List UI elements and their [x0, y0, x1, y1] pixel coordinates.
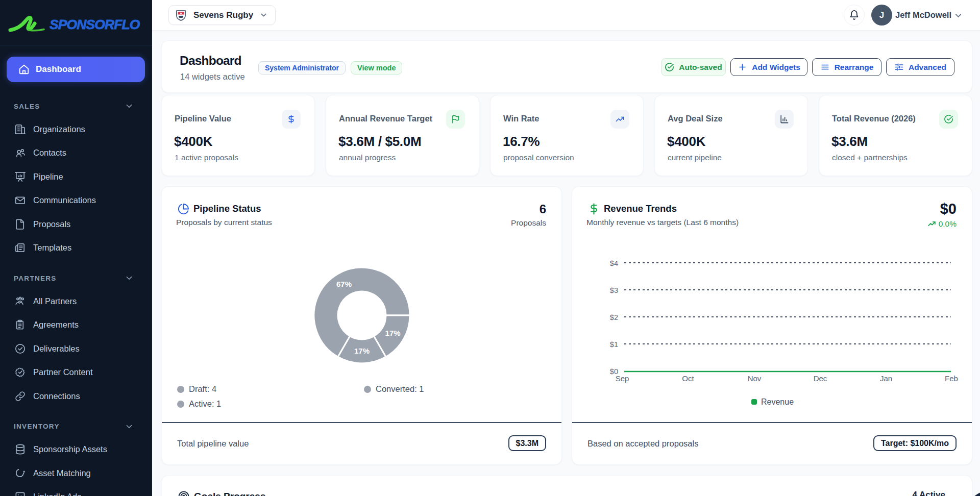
svg-text:SPONSORFLO: SPONSORFLO: [50, 17, 140, 32]
svg-text:$4: $4: [610, 259, 618, 267]
svg-text:$2: $2: [610, 313, 618, 321]
svg-text:Nov: Nov: [748, 374, 762, 383]
svg-text:$3: $3: [610, 286, 618, 294]
svg-text:Jan: Jan: [880, 374, 892, 383]
svg-text:Sep: Sep: [616, 374, 629, 383]
svg-text:67%: 67%: [336, 280, 352, 288]
svg-text:17%: 17%: [385, 329, 401, 337]
svg-text:$1: $1: [610, 340, 618, 349]
svg-text:Oct: Oct: [682, 374, 694, 383]
svg-text:17%: 17%: [354, 346, 370, 355]
svg-text:Dec: Dec: [814, 374, 827, 383]
svg-text:Feb: Feb: [945, 374, 958, 383]
